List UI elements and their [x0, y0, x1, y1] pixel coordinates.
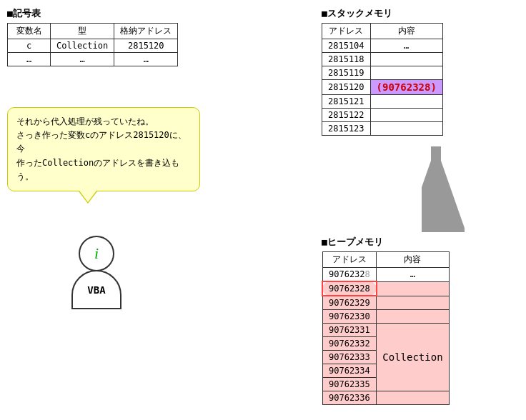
heap-content — [377, 310, 449, 324]
symbol-address-2: … — [114, 53, 178, 66]
bubble-text: それから代入処理が残っていたね。 さっき作った変数cのアドレス2815120に、… — [16, 116, 187, 181]
symbol-varname: c — [8, 39, 51, 53]
heap-addr: 90762332 — [322, 337, 377, 351]
heap-addr: 90762335 — [322, 378, 377, 391]
heap-content — [377, 391, 449, 405]
symbol-table-section: ■記号表 変数名 型 格納アドレス c Collection 2815120 …… — [7, 7, 207, 66]
stack-row: 2815119 — [322, 66, 443, 80]
vba-body: VBA — [71, 270, 121, 309]
heap-memory-title: ■ヒープメモリ — [322, 236, 515, 249]
heap-row: 90762336 — [322, 391, 449, 405]
stack-addr: 2815118 — [322, 53, 371, 66]
symbol-table-title: ■記号表 — [7, 7, 207, 20]
heap-addr: 90762333 — [322, 351, 377, 364]
vba-head: i — [79, 236, 114, 271]
symbol-table: 変数名 型 格納アドレス c Collection 2815120 … … … — [7, 23, 178, 66]
heap-table: アドレス 内容 90762328 … 90762328 90762329 907… — [322, 251, 450, 405]
heap-addr: 90762329 — [322, 296, 377, 310]
stack-row-highlight: 2815120 (90762328) — [322, 80, 443, 95]
stack-row: 2815122 — [322, 109, 443, 122]
heap-addr: 90762328 — [322, 268, 377, 282]
speech-bubble: それから代入処理が残っていたね。 さっき作った変数cのアドレス2815120に、… — [7, 107, 200, 191]
symbol-type: Collection — [51, 39, 114, 53]
col-header-varname: 変数名 — [8, 24, 51, 39]
heap-memory-section: ■ヒープメモリ アドレス 内容 90762328 … 90762328 9076… — [322, 236, 515, 405]
stack-content-highlight: (90762328) — [370, 80, 442, 95]
stack-content: … — [370, 39, 442, 53]
stack-addr: 2815119 — [322, 66, 371, 80]
stack-row: 2815123 — [322, 122, 443, 136]
stack-row: 2815104 … — [322, 39, 443, 53]
stack-addr: 2815123 — [322, 122, 371, 136]
heap-row: 90762330 — [322, 310, 449, 324]
col-header-address: 格納アドレス — [114, 24, 178, 39]
heap-content — [377, 281, 449, 296]
vba-character: i VBA — [71, 236, 121, 309]
symbol-type-2: … — [51, 53, 114, 66]
heap-row: 90762331 Collection — [322, 324, 449, 337]
stack-content — [370, 122, 442, 136]
col-header-type: 型 — [51, 24, 114, 39]
stack-addr: 2815122 — [322, 109, 371, 122]
heap-row-circle: 90762328 — [322, 281, 449, 296]
heap-col-content: 内容 — [377, 252, 449, 268]
vba-label: VBA — [87, 284, 105, 296]
heap-addr: 90762336 — [322, 391, 377, 405]
heap-col-address: アドレス — [322, 252, 377, 268]
symbol-address: 2815120 — [114, 39, 178, 53]
heap-addr: 90762331 — [322, 324, 377, 337]
stack-table: アドレス 内容 2815104 … 2815118 2815119 281512… — [322, 23, 443, 136]
table-row: … … … — [8, 53, 178, 66]
arrow-graphic — [422, 139, 465, 232]
stack-content — [370, 53, 442, 66]
heap-content-collection: Collection — [377, 324, 449, 391]
stack-row: 2815121 — [322, 95, 443, 109]
table-row: c Collection 2815120 — [8, 39, 178, 53]
stack-addr: 2815121 — [322, 95, 371, 109]
stack-memory-title: ■スタックメモリ — [322, 7, 515, 20]
vba-icon: i — [94, 244, 99, 263]
heap-row: 90762329 — [322, 296, 449, 310]
stack-content — [370, 95, 442, 109]
heap-addr: 90762334 — [322, 364, 377, 378]
stack-memory-section: ■スタックメモリ アドレス 内容 2815104 … 2815118 28151… — [322, 7, 515, 136]
stack-row: 2815118 — [322, 53, 443, 66]
heap-content: … — [377, 268, 449, 282]
symbol-varname-2: … — [8, 53, 51, 66]
stack-col-content: 内容 — [370, 24, 442, 39]
stack-col-address: アドレス — [322, 24, 371, 39]
heap-addr-circle: 90762328 — [322, 281, 377, 296]
stack-content — [370, 109, 442, 122]
stack-content — [370, 66, 442, 80]
heap-row: 90762328 … — [322, 268, 449, 282]
stack-addr: 2815104 — [322, 39, 371, 53]
heap-addr: 90762330 — [322, 310, 377, 324]
stack-addr-highlight: 2815120 — [322, 80, 371, 95]
heap-content — [377, 296, 449, 310]
